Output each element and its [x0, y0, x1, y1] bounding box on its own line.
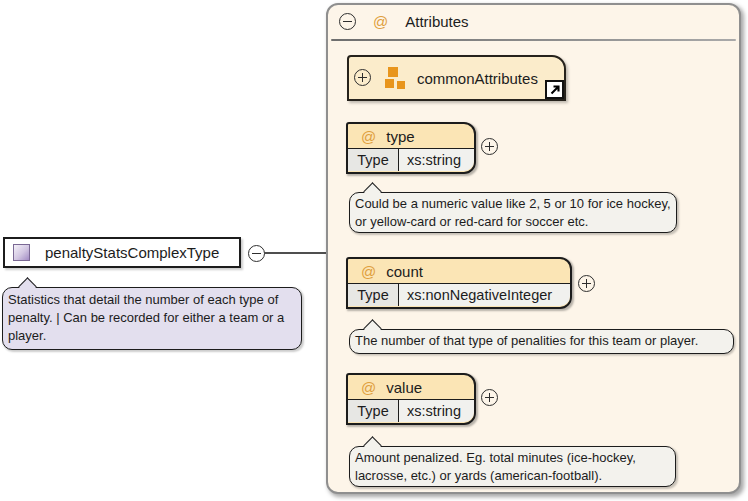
attribute-head-value: @ value: [348, 375, 474, 399]
expand-icon-value[interactable]: [481, 389, 498, 406]
schema-diagram: penaltyStatsComplexType Statistics that …: [0, 0, 748, 501]
attribute-head-type: @ type: [348, 124, 474, 148]
attribute-value-row: Type xs:string: [348, 399, 474, 422]
annotation-type: Could be a numeric value like 2, 5 or 10…: [349, 192, 677, 233]
attribute-name-count: count: [386, 263, 423, 280]
expand-icon-common-attributes[interactable]: [354, 69, 371, 86]
attribute-box-value[interactable]: @ value Type xs:string: [346, 373, 476, 425]
type-value-cell: xs:nonNegativeInteger: [399, 284, 570, 306]
annotation-type-text: Could be a numeric value like 2, 5 or 10…: [355, 196, 671, 229]
complextype-icon: [13, 244, 30, 261]
annotation-value: Amount penalized. Eg. total minutes (ice…: [349, 446, 676, 487]
attribute-head-count: @ count: [348, 259, 570, 283]
type-label-cell: Type: [348, 400, 399, 422]
collapse-icon-root[interactable]: [248, 245, 265, 262]
attribute-at-icon: @: [361, 379, 376, 396]
attribute-at-icon: @: [361, 263, 376, 280]
attribute-group-common-attributes[interactable]: commonAttributes: [347, 55, 566, 101]
attribute-type-row: Type xs:string: [348, 148, 474, 171]
annotation-root: Statistics that detail the number of eac…: [2, 287, 302, 350]
type-value-cell: xs:string: [399, 400, 474, 422]
attribute-name-type: type: [386, 128, 414, 145]
type-value-cell: xs:string: [399, 149, 474, 171]
attribute-group-label: commonAttributes: [417, 57, 538, 99]
attribute-at-icon: @: [361, 128, 376, 145]
complextype-label: penaltyStatsComplexType: [45, 244, 219, 261]
goto-definition-icon[interactable]: [545, 80, 564, 99]
attributes-panel: @ Attributes commonAttributes @ type Typ…: [326, 3, 741, 494]
annotation-value-text: Amount penalized. Eg. total minutes (ice…: [355, 450, 636, 483]
header-separator: [331, 39, 736, 41]
collapse-icon-attributes[interactable]: [339, 13, 356, 30]
complextype-node[interactable]: penaltyStatsComplexType: [3, 237, 241, 268]
attribute-name-value: value: [386, 379, 422, 396]
at-icon: @: [373, 13, 388, 30]
expand-icon-count[interactable]: [578, 275, 595, 292]
arrow-top-right-icon: [549, 84, 561, 96]
attribute-box-type[interactable]: @ type Type xs:string: [346, 122, 476, 174]
expand-icon-type[interactable]: [481, 138, 498, 155]
connector-line: [264, 252, 326, 254]
type-label-cell: Type: [348, 149, 399, 171]
attributes-panel-header: @ Attributes: [328, 5, 739, 38]
annotation-count-text: The number of that type of penalities fo…: [355, 333, 698, 348]
annotation-root-text: Statistics that detail the number of eac…: [8, 292, 284, 343]
attribute-box-count[interactable]: @ count Type xs:nonNegativeInteger: [346, 257, 572, 309]
attribute-group-icon: [385, 67, 407, 90]
type-label-cell: Type: [348, 284, 399, 306]
attribute-count-row: Type xs:nonNegativeInteger: [348, 283, 570, 306]
attributes-panel-title: Attributes: [405, 13, 468, 30]
annotation-count: The number of that type of penalities fo…: [349, 329, 734, 354]
